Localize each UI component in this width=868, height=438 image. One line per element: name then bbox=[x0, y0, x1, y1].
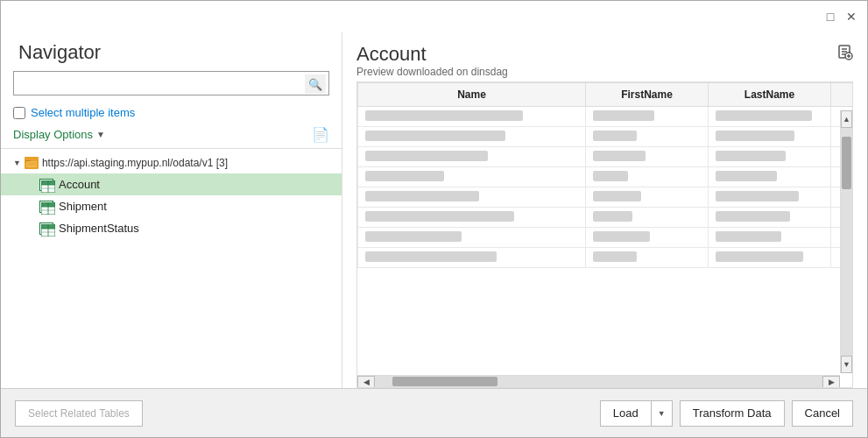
tree-area: ▼ https://api.staging.mypup.nl/odata/v1 … bbox=[1, 152, 342, 388]
table-row bbox=[358, 107, 853, 127]
tree-child-account-label: Account bbox=[59, 178, 100, 191]
scroll-thumb-horizontal[interactable] bbox=[392, 377, 498, 386]
display-options-row: Display Options ▼ 📄 bbox=[1, 124, 342, 148]
tree-root-label: https://api.staging.mypup.nl/odata/v1 [3… bbox=[42, 157, 228, 169]
separator bbox=[1, 148, 342, 149]
table-row bbox=[358, 147, 853, 167]
navigator-title: Navigator bbox=[1, 32, 342, 71]
table-icon-account bbox=[39, 179, 53, 191]
transform-data-button[interactable]: Transform Data bbox=[680, 400, 785, 427]
page-icon: 📄 bbox=[312, 126, 329, 143]
scroll-right-arrow[interactable]: ▶ bbox=[822, 376, 840, 388]
search-button[interactable]: 🔍 bbox=[305, 74, 326, 94]
scroll-down-arrow[interactable]: ▼ bbox=[841, 356, 852, 373]
select-related-button[interactable]: Select Related Tables bbox=[15, 400, 143, 427]
display-options-label: Display Options bbox=[13, 128, 93, 141]
preview-table: Name FirstName LastName bbox=[357, 82, 852, 268]
left-panel: Navigator 🔍 Select multiple items Displa… bbox=[1, 32, 342, 388]
close-button[interactable]: ✕ bbox=[843, 8, 860, 25]
cancel-button[interactable]: Cancel bbox=[792, 400, 853, 427]
table-row bbox=[358, 167, 853, 187]
navigator-window: □ ✕ Navigator 🔍 Select multiple items Di… bbox=[0, 0, 868, 438]
table-icon-shipment bbox=[39, 201, 53, 213]
load-button[interactable]: Load bbox=[600, 400, 651, 427]
minimize-button[interactable]: □ bbox=[822, 8, 839, 25]
search-box-container: 🔍 bbox=[1, 71, 342, 102]
tree-child-shipment-label: Shipment bbox=[59, 200, 107, 213]
select-multiple-checkbox[interactable] bbox=[13, 107, 25, 119]
preview-header-left: Account Preview downloaded on dinsdag bbox=[356, 43, 508, 78]
select-multiple-row: Select multiple items bbox=[1, 102, 342, 124]
folder-icon bbox=[25, 157, 39, 169]
title-bar: □ ✕ bbox=[1, 1, 867, 32]
tree-child-shipmentstatus[interactable]: ShipmentStatus bbox=[1, 217, 342, 239]
collapse-icon: ▼ bbox=[13, 159, 21, 167]
tree-child-shipmentstatus-label: ShipmentStatus bbox=[59, 222, 139, 235]
tree-child-account[interactable]: Account bbox=[1, 173, 342, 195]
col-name: Name bbox=[358, 83, 586, 107]
search-input[interactable] bbox=[13, 71, 329, 95]
col-lastname: LastName bbox=[709, 83, 831, 107]
tree-child-shipment[interactable]: Shipment bbox=[1, 195, 342, 217]
preview-table-container: Name FirstName LastName bbox=[356, 81, 853, 388]
view-icon-button[interactable]: 📄 bbox=[312, 126, 329, 143]
load-button-group: Load ▼ bbox=[600, 400, 673, 427]
table-row bbox=[358, 228, 853, 248]
table-row bbox=[358, 127, 853, 147]
col-extra bbox=[831, 83, 853, 107]
scroll-up-arrow[interactable]: ▲ bbox=[841, 110, 852, 128]
chevron-down-icon: ▼ bbox=[96, 130, 105, 139]
preview-header: Account Preview downloaded on dinsdag bbox=[356, 43, 853, 78]
table-icon-shipmentstatus bbox=[39, 223, 53, 235]
vertical-scrollbar[interactable]: ▲ ▼ bbox=[840, 110, 852, 373]
select-multiple-label[interactable]: Select multiple items bbox=[13, 106, 135, 119]
scroll-track-vertical[interactable] bbox=[841, 128, 852, 356]
horizontal-scrollbar[interactable]: ◀ ▶ bbox=[357, 375, 840, 387]
right-panel: Account Preview downloaded on dinsdag bbox=[342, 32, 867, 388]
tree-root-node[interactable]: ▼ https://api.staging.mypup.nl/odata/v1 … bbox=[1, 152, 342, 173]
load-dropdown-button[interactable]: ▼ bbox=[651, 400, 673, 427]
preview-subtitle: Preview downloaded on dinsdag bbox=[356, 66, 508, 78]
select-multiple-text: Select multiple items bbox=[31, 106, 135, 119]
preview-expand-button[interactable] bbox=[836, 43, 853, 65]
bottom-right: Load ▼ Transform Data Cancel bbox=[600, 400, 853, 427]
svg-rect-2 bbox=[26, 161, 37, 167]
content-area: Navigator 🔍 Select multiple items Displa… bbox=[1, 32, 867, 388]
scroll-thumb-vertical[interactable] bbox=[842, 137, 851, 189]
bottom-bar: Select Related Tables Load ▼ Transform D… bbox=[1, 388, 867, 437]
table-row bbox=[358, 248, 853, 268]
table-row bbox=[358, 208, 853, 228]
col-firstname: FirstName bbox=[586, 83, 709, 107]
bottom-left: Select Related Tables bbox=[15, 400, 143, 427]
scroll-track-horizontal[interactable] bbox=[375, 376, 822, 387]
table-row bbox=[358, 187, 853, 208]
display-options-button[interactable]: Display Options ▼ bbox=[13, 128, 105, 141]
scroll-left-arrow[interactable]: ◀ bbox=[357, 376, 375, 388]
preview-title: Account bbox=[356, 43, 508, 66]
